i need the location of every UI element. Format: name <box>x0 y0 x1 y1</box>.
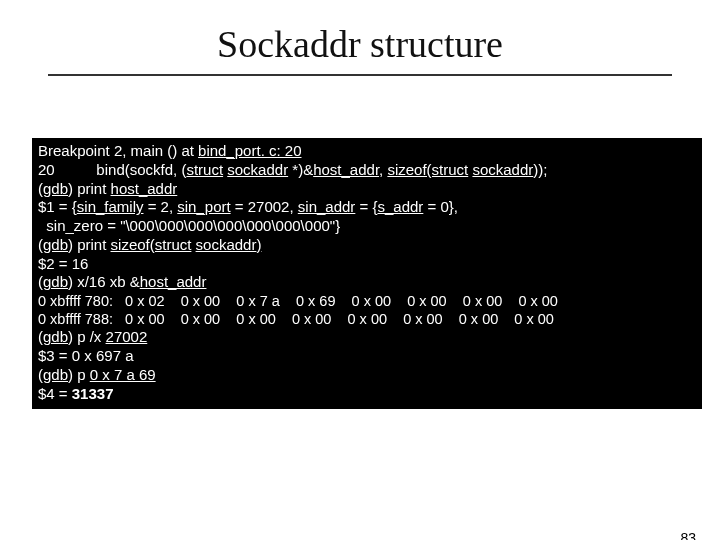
text: sin_zero = "\000\000\000\000\000\000\000… <box>38 217 340 234</box>
text: 31337 <box>72 385 114 402</box>
text: bind_port. c: 20 <box>198 142 301 159</box>
text: $3 = 0 x 697 a <box>38 347 134 364</box>
text: Breakpoint 2, main () at <box>38 142 198 159</box>
text: = 2, <box>143 198 177 215</box>
text: gdb <box>43 236 68 253</box>
text: )); <box>533 161 547 178</box>
text: host_addr <box>313 161 379 178</box>
page-number: 83 <box>680 530 696 540</box>
text: host_addr <box>111 180 178 197</box>
text: = 27002, <box>231 198 298 215</box>
terminal-line: $2 = 16 <box>38 255 696 274</box>
text: struct <box>186 161 223 178</box>
terminal-line: $4 = 31337 <box>38 385 696 404</box>
text: sizeof(struct <box>387 161 468 178</box>
text: sin_addr <box>298 198 356 215</box>
text: gdb <box>43 328 68 345</box>
slide-title: Sockaddr structure <box>0 22 720 66</box>
slide: Sockaddr structure Breakpoint 2, main ()… <box>0 22 720 540</box>
text: ) x/16 xb & <box>68 273 140 290</box>
text: sockaddr <box>196 236 257 253</box>
text: ) <box>256 236 261 253</box>
text: host_addr <box>140 273 207 290</box>
text: sin_port <box>177 198 230 215</box>
text: $2 = 16 <box>38 255 88 272</box>
terminal-line: (gdb) x/16 xb &host_addr <box>38 273 696 292</box>
text: ) print <box>68 180 111 197</box>
text: 0 x 7 a 69 <box>90 366 156 383</box>
text: gdb <box>43 273 68 290</box>
terminal-memdump-line: 0 xbffff 780: 0 x 02 0 x 00 0 x 7 a 0 x … <box>38 292 696 310</box>
text: ) p <box>68 366 90 383</box>
text: $1 = { <box>38 198 77 215</box>
text: sizeof(struct <box>111 236 192 253</box>
text: gdb <box>43 366 68 383</box>
terminal-line: (gdb) p /x 27002 <box>38 328 696 347</box>
text: 0 xbffff 788: 0 x 00 0 x 00 0 x 00 0 x 0… <box>38 311 554 327</box>
text: ) print <box>68 236 111 253</box>
terminal-line: $1 = {sin_family = 2, sin_port = 27002, … <box>38 198 696 217</box>
terminal-line: Breakpoint 2, main () at bind_port. c: 2… <box>38 142 696 161</box>
text: 27002 <box>106 328 148 345</box>
text: 20 bind(sockfd, ( <box>38 161 186 178</box>
terminal-line: 20 bind(sockfd, (struct sockaddr *)&host… <box>38 161 696 180</box>
text: sin_family <box>77 198 144 215</box>
text: gdb <box>43 180 68 197</box>
text: s_addr <box>377 198 423 215</box>
text: $4 = <box>38 385 72 402</box>
text: *)& <box>288 161 313 178</box>
title-rule <box>48 74 672 76</box>
terminal-block: Breakpoint 2, main () at bind_port. c: 2… <box>32 138 702 409</box>
text: sockaddr <box>227 161 288 178</box>
terminal-line: (gdb) p 0 x 7 a 69 <box>38 366 696 385</box>
text: = 0}, <box>423 198 458 215</box>
text: ) p /x <box>68 328 106 345</box>
terminal-line: sin_zero = "\000\000\000\000\000\000\000… <box>38 217 696 236</box>
terminal-line: (gdb) print sizeof(struct sockaddr) <box>38 236 696 255</box>
text: 0 xbffff 780: 0 x 02 0 x 00 0 x 7 a 0 x … <box>38 293 558 309</box>
terminal-memdump-line: 0 xbffff 788: 0 x 00 0 x 00 0 x 00 0 x 0… <box>38 310 696 328</box>
terminal-line: $3 = 0 x 697 a <box>38 347 696 366</box>
text: = { <box>355 198 377 215</box>
terminal-line: (gdb) print host_addr <box>38 180 696 199</box>
text: sockaddr <box>472 161 533 178</box>
